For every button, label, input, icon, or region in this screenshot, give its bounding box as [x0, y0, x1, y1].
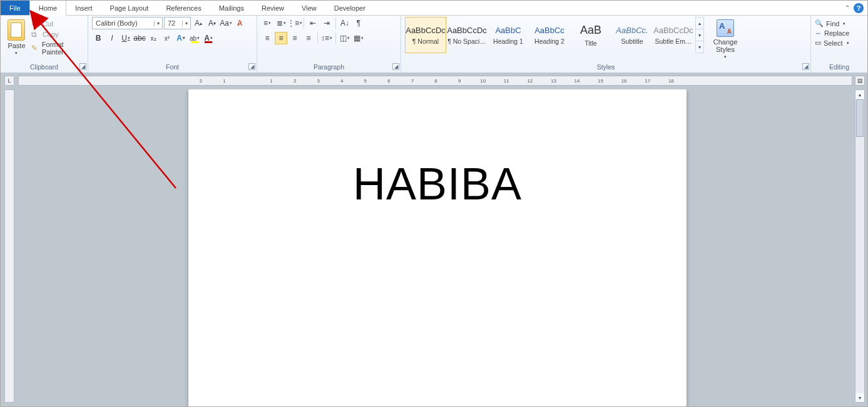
- font-color-button[interactable]: A▾: [202, 32, 215, 44]
- style-title[interactable]: AaBTitle: [570, 17, 611, 53]
- tab-review[interactable]: Review: [253, 1, 293, 15]
- italic-button[interactable]: I: [106, 32, 118, 44]
- shading-button[interactable]: ◫▾: [339, 32, 351, 44]
- strikethrough-button[interactable]: abc: [133, 32, 146, 44]
- change-case-button[interactable]: Aa▾: [220, 17, 232, 29]
- highlight-button[interactable]: ab▾: [188, 32, 201, 44]
- style-name: Title: [585, 39, 596, 47]
- font-name-combo[interactable]: Calibri (Body)▾: [92, 17, 163, 29]
- minimize-ribbon-icon[interactable]: ⌃: [845, 4, 850, 11]
- borders-button[interactable]: ▦▾: [352, 32, 365, 44]
- styles-row-down[interactable]: ▾: [696, 29, 703, 41]
- styles-group-label: Styles: [405, 62, 807, 73]
- select-button[interactable]: Select▾: [815, 39, 849, 47]
- style-name: Subtle Em…: [655, 38, 692, 45]
- format-painter-button[interactable]: Format Painter: [31, 41, 84, 56]
- font-size-value: 72: [165, 19, 182, 27]
- cut-button[interactable]: Cut: [31, 19, 84, 28]
- copy-button[interactable]: Copy: [31, 30, 84, 39]
- paste-button[interactable]: Paste ▾: [4, 17, 29, 56]
- document-viewport[interactable]: HABIBA: [18, 89, 852, 407]
- tab-developer[interactable]: Developer: [325, 1, 374, 15]
- replace-label: Replace: [824, 29, 849, 37]
- bullets-button[interactable]: ≡▾: [261, 17, 273, 29]
- style-sample: AaBbCc.: [616, 26, 648, 35]
- vertical-ruler[interactable]: [4, 89, 14, 403]
- show-hide-button[interactable]: ¶: [352, 17, 365, 29]
- align-center-button[interactable]: ≡: [275, 32, 287, 44]
- ribbon: Paste ▾ Cut Copy Format Painter Clipboar…: [1, 16, 867, 73]
- line-spacing-button[interactable]: ↕≡▾: [320, 32, 333, 44]
- tab-references[interactable]: References: [157, 1, 210, 15]
- paste-icon: [8, 19, 25, 41]
- style-sample: AaBbCcDc: [406, 26, 446, 35]
- style-name: Heading 2: [534, 38, 564, 45]
- style-sample: AaBbCcDc: [447, 26, 487, 35]
- tab-selector[interactable]: L: [4, 76, 14, 86]
- superscript-button[interactable]: x²: [161, 32, 173, 44]
- style-no-spacing[interactable]: AaBbCcDc¶ No Spaci…: [446, 17, 488, 53]
- search-icon: [815, 19, 824, 28]
- align-right-button[interactable]: ≡: [288, 32, 301, 44]
- group-clipboard: Paste ▾ Cut Copy Format Painter Clipboar…: [1, 16, 88, 73]
- text-effects-button[interactable]: A▾: [175, 32, 187, 44]
- style-sample: AaBbC: [495, 26, 521, 35]
- styles-scroller: ▴ ▾ ▾: [695, 17, 704, 53]
- find-button[interactable]: Find▾: [815, 19, 849, 28]
- replace-button[interactable]: Replace: [815, 29, 849, 37]
- shrink-font-button[interactable]: A▾: [206, 17, 218, 29]
- paragraph-dialog-launcher[interactable]: ◢: [392, 63, 399, 70]
- ruler-toggle[interactable]: ▤: [855, 76, 865, 86]
- style-normal[interactable]: AaBbCcDc¶ Normal: [405, 17, 446, 53]
- clear-formatting-button[interactable]: A̷: [233, 17, 246, 29]
- tab-insert[interactable]: Insert: [66, 1, 101, 15]
- scissors-icon: [31, 19, 40, 28]
- subscript-button[interactable]: x₂: [147, 32, 160, 44]
- change-styles-icon: [717, 19, 734, 37]
- justify-button[interactable]: ≡: [302, 32, 315, 44]
- chevron-down-icon[interactable]: ▾: [154, 21, 162, 26]
- multilevel-list-button[interactable]: ⋮≡▾: [288, 17, 301, 29]
- font-name-value: Calibri (Body): [93, 19, 154, 27]
- vertical-scrollbar[interactable]: ▴ ▾: [855, 89, 865, 403]
- chevron-down-icon[interactable]: ▾: [182, 21, 190, 26]
- workspace: L 21123456789101112131415161718 ▤ ▴ ▾ HA…: [1, 73, 867, 407]
- clipboard-dialog-launcher[interactable]: ◢: [79, 63, 86, 70]
- font-group-label: Font: [92, 62, 253, 73]
- decrease-indent-button[interactable]: ⇤: [307, 17, 319, 29]
- format-painter-label: Format Painter: [42, 41, 84, 56]
- page[interactable]: HABIBA: [188, 89, 687, 407]
- tab-mailings[interactable]: Mailings: [210, 1, 253, 15]
- bold-button[interactable]: B: [92, 32, 105, 44]
- scroll-thumb[interactable]: [856, 99, 864, 137]
- font-dialog-launcher[interactable]: ◢: [248, 63, 255, 70]
- tab-file[interactable]: File: [1, 1, 29, 15]
- document-text[interactable]: HABIBA: [188, 158, 687, 209]
- style-heading-2[interactable]: AaBbCcHeading 2: [529, 17, 570, 53]
- numbering-button[interactable]: ≣▾: [275, 17, 287, 29]
- sort-button[interactable]: A↓: [339, 17, 351, 29]
- help-icon[interactable]: ?: [854, 3, 864, 13]
- styles-expand[interactable]: ▾: [696, 41, 703, 53]
- style-subtitle[interactable]: AaBbCc.Subtitle: [611, 17, 653, 53]
- scroll-up[interactable]: ▴: [855, 90, 864, 99]
- styles-row-up[interactable]: ▴: [696, 18, 703, 29]
- style-subtle-emphasis[interactable]: AaBbCcDcSubtle Em…: [653, 17, 694, 53]
- style-name: Heading 1: [493, 38, 523, 45]
- increase-indent-button[interactable]: ⇥: [320, 17, 333, 29]
- style-sample: AaB: [580, 24, 601, 37]
- horizontal-ruler[interactable]: 21123456789101112131415161718: [18, 76, 852, 86]
- underline-button[interactable]: U▾: [120, 32, 132, 44]
- group-editing: Find▾ Replace Select▾ Editing: [811, 16, 867, 73]
- tab-page-layout[interactable]: Page Layout: [101, 1, 158, 15]
- paragraph-group-label: Paragraph: [261, 62, 397, 73]
- font-size-combo[interactable]: 72▾: [164, 17, 191, 29]
- style-heading-1[interactable]: AaBbCHeading 1: [488, 17, 529, 53]
- grow-font-button[interactable]: A▴: [192, 17, 205, 29]
- styles-dialog-launcher[interactable]: ◢: [802, 63, 809, 70]
- scroll-down[interactable]: ▾: [855, 393, 864, 402]
- tab-view[interactable]: View: [293, 1, 325, 15]
- align-left-button[interactable]: ≡: [261, 32, 273, 44]
- change-styles-button[interactable]: Change Styles ▾: [710, 17, 740, 59]
- tab-home[interactable]: Home: [29, 1, 66, 16]
